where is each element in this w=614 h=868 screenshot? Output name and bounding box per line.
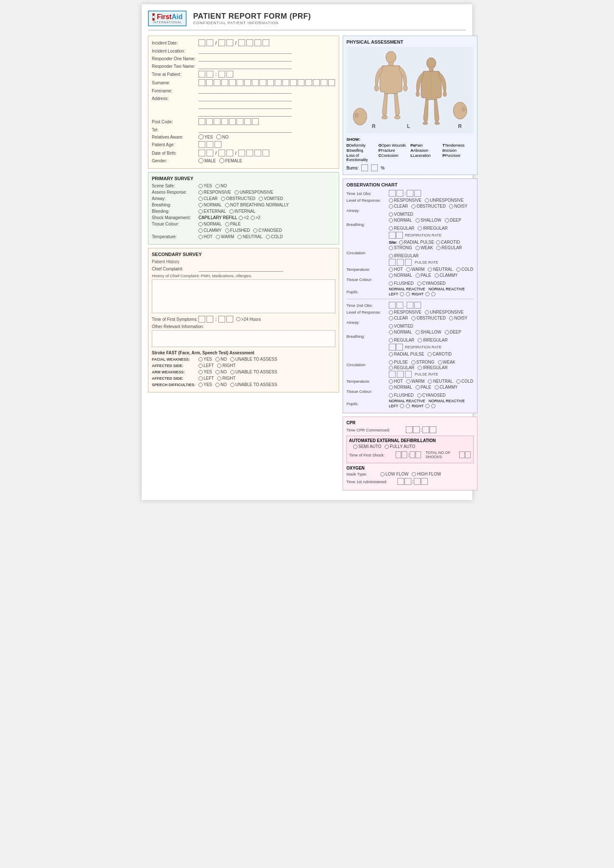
scene-no[interactable]: NO	[215, 184, 227, 188]
arm-yes[interactable]: YES	[198, 370, 212, 374]
gender-male[interactable]: MALE	[198, 158, 216, 163]
address-input1[interactable]	[198, 95, 292, 101]
address-input3[interactable]	[198, 111, 292, 117]
gender-female[interactable]: FEMALE	[219, 158, 242, 163]
breathing-normal[interactable]: NORMAL	[198, 203, 222, 207]
obs2-tc-pale[interactable]: PALE	[416, 385, 431, 389]
shock-lt2[interactable]: <2	[239, 215, 248, 220]
obs1-warm[interactable]: WARM	[406, 267, 424, 272]
obs1-tc-clammy[interactable]: CLAMMY	[435, 273, 458, 278]
obs1-unresponsive[interactable]: UNRESPONSIVE	[425, 198, 463, 203]
speech-unable[interactable]: UNABLE TO ASSESS	[230, 382, 277, 387]
speech-no[interactable]: NO	[215, 382, 227, 387]
tissue-pale[interactable]: PALE	[225, 222, 241, 226]
responder-two-input[interactable]	[198, 63, 292, 69]
obs2-right-circle1[interactable]	[425, 404, 430, 408]
obs2-unresponsive[interactable]: UNRESPONSIVE	[425, 310, 463, 314]
relatives-yes[interactable]: YES	[198, 134, 213, 139]
obs2-radial[interactable]: RADIAL PULSE	[389, 352, 424, 356]
assess-unresponsive[interactable]: UNRESPONSIVE	[234, 190, 273, 195]
aed-fully-auto[interactable]: FULLY AUTO	[385, 444, 415, 449]
bleeding-internal[interactable]: INTERNAL	[229, 209, 255, 214]
obs1-normal[interactable]: NORMAL	[389, 218, 412, 223]
shock-gt2[interactable]: >2	[251, 215, 260, 220]
relatives-no[interactable]: NO	[216, 134, 229, 139]
mask-low-flow[interactable]: LOW FLOW	[380, 472, 408, 476]
mask-high-flow[interactable]: HIGH FLOW	[412, 472, 441, 476]
obs1-noisy[interactable]: NOISY	[449, 204, 467, 209]
address-input2[interactable]	[198, 103, 292, 109]
obs1-regular[interactable]: REGULAR	[389, 226, 414, 231]
responder-one-input[interactable]	[198, 56, 292, 61]
tissue-cyanosed[interactable]: CYANOSED	[253, 228, 282, 233]
obs1-left-circle2[interactable]	[406, 292, 410, 296]
obs2-deep[interactable]: DEEP	[445, 330, 461, 334]
gt24-item[interactable]: >24 Hours	[236, 317, 261, 322]
obs1-responsive[interactable]: RESPONSIVE	[389, 198, 421, 203]
obs1-radial[interactable]: RADIAL PULSE	[399, 240, 434, 245]
obs2-noisy[interactable]: NOISY	[449, 316, 467, 320]
breathing-not-normal[interactable]: NOT BREATHING NORMALLY	[225, 203, 289, 207]
obs2-carotid[interactable]: CAROTID	[427, 352, 452, 356]
obs1-strong[interactable]: STRONG	[389, 245, 412, 250]
obs2-left-circle1[interactable]	[400, 404, 404, 408]
obs2-strong[interactable]: STRONG	[411, 360, 435, 364]
obs1-carotid[interactable]: CAROTID	[436, 240, 460, 245]
obs1-obstructed[interactable]: OBSTRUCTED	[411, 204, 446, 209]
affected2-right[interactable]: RIGHT	[217, 376, 235, 381]
obs1-tc-cyanosed[interactable]: CYANOSED	[417, 281, 446, 286]
obs2-tc-cyanosed[interactable]: CYANOSED	[417, 393, 446, 398]
obs2-clear[interactable]: CLEAR	[389, 316, 408, 320]
obs2-shallow[interactable]: SHALLOW	[416, 330, 441, 334]
aed-semi-auto[interactable]: SEMI AUTO	[353, 444, 381, 449]
temp-cold[interactable]: COLD	[266, 234, 283, 239]
tissue-flushed[interactable]: FLUSHED	[225, 228, 250, 233]
facial-yes[interactable]: YES	[198, 357, 212, 362]
affected1-right[interactable]: RIGHT	[217, 363, 235, 368]
incident-location-input[interactable]	[198, 48, 292, 54]
other-relevant-textarea[interactable]	[152, 330, 335, 347]
obs2-cold[interactable]: COLD	[456, 379, 473, 384]
affected2-left[interactable]: LEFT	[198, 376, 214, 381]
obs1-left-circle1[interactable]	[400, 292, 404, 296]
obs1-right-circle1[interactable]	[425, 292, 430, 296]
arm-no[interactable]: NO	[215, 370, 227, 374]
obs2-left-circle2[interactable]	[406, 404, 410, 408]
obs1-tc-pale[interactable]: PALE	[416, 273, 431, 278]
obs2-pulse[interactable]: PULSE	[389, 360, 408, 364]
obs1-weak[interactable]: WEAK	[416, 245, 433, 250]
history-textarea[interactable]	[152, 279, 335, 313]
temp-hot[interactable]: HOT	[198, 234, 212, 239]
obs2-responsive[interactable]: RESPONSIVE	[389, 310, 421, 314]
forename-input[interactable]	[198, 88, 292, 94]
obs1-cold[interactable]: COLD	[456, 267, 473, 272]
arm-unable[interactable]: UNABLE TO ASSESS	[230, 370, 277, 374]
tissue-normal[interactable]: NORMAL	[198, 222, 222, 226]
speech-yes[interactable]: YES	[198, 382, 212, 387]
obs1-right-circle2[interactable]	[431, 292, 435, 296]
obs1-clear[interactable]: CLEAR	[389, 204, 408, 209]
obs2-irregular[interactable]: IRREGULAR	[418, 338, 447, 342]
obs2-vomited[interactable]: VOMITED	[389, 324, 413, 328]
obs2-normal[interactable]: NORMAL	[389, 330, 412, 334]
temp-neutral[interactable]: NEUTRAL	[237, 234, 262, 239]
facial-no[interactable]: NO	[215, 357, 227, 362]
obs2-regular[interactable]: REGULAR	[389, 338, 414, 342]
tissue-clammy[interactable]: CLAMMY	[198, 228, 222, 233]
obs2-pulse-irregular[interactable]: IRREGULAR	[418, 365, 447, 370]
obs2-neutral[interactable]: NEUTRAL	[428, 379, 453, 384]
tel-input[interactable]	[198, 127, 292, 133]
obs2-pulse-regular[interactable]: REGULAR	[389, 365, 414, 370]
obs1-tc-normal[interactable]: NORMAL	[389, 273, 412, 278]
temp-warm[interactable]: WARM	[216, 234, 234, 239]
obs2-tc-clammy[interactable]: CLAMMY	[435, 385, 458, 389]
airway-vomited[interactable]: VOMITED	[259, 196, 283, 201]
obs1-neutral[interactable]: NEUTRAL	[428, 267, 453, 272]
obs2-hot[interactable]: HOT	[389, 379, 403, 384]
obs1-tc-flushed[interactable]: FLUSHED	[389, 281, 414, 286]
obs1-pulse-regular[interactable]: REGULAR	[436, 245, 462, 250]
facial-unable[interactable]: UNABLE TO ASSESS	[230, 357, 277, 362]
obs1-deep[interactable]: DEEP	[445, 218, 461, 223]
obs2-warm[interactable]: WARM	[406, 379, 424, 384]
obs1-shallow[interactable]: SHALLOW	[416, 218, 441, 223]
